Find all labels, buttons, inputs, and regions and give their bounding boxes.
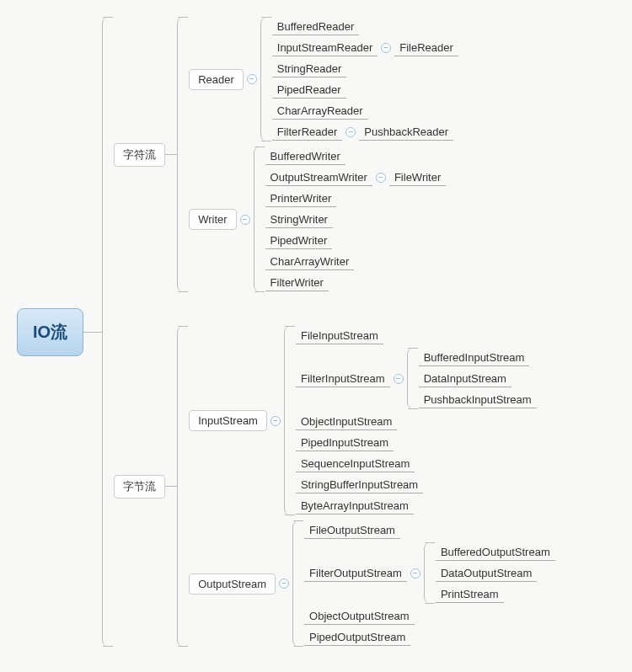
branch-reader: Reader − BufferedReader InputStreamReade… bbox=[189, 17, 458, 141]
leaf-file-reader[interactable]: FileReader bbox=[394, 39, 458, 56]
leaf-sequence-inputstream[interactable]: SequenceInputStream bbox=[296, 455, 415, 472]
leaf-filter-reader[interactable]: FilterReader bbox=[272, 123, 343, 141]
leaf-object-inputstream[interactable]: ObjectInputStream bbox=[296, 413, 397, 430]
leaf-pushback-reader[interactable]: PushbackReader bbox=[359, 123, 453, 141]
branch-byte-stream: 字节流 InputStream − FileInputStream bbox=[114, 326, 555, 647]
leaf-file-inputstream[interactable]: FileInputStream bbox=[296, 327, 383, 344]
node-char-stream[interactable]: 字符流 bbox=[114, 143, 165, 167]
leaf-piped-reader[interactable]: PipedReader bbox=[272, 81, 346, 99]
leaf-data-outputstream[interactable]: DataOutputStream bbox=[436, 564, 537, 582]
node-reader[interactable]: Reader bbox=[189, 69, 244, 90]
leaf-piped-writer[interactable]: PipedWriter bbox=[265, 232, 333, 249]
root-node[interactable]: IO流 bbox=[17, 308, 83, 356]
leaf-pushback-inputstream[interactable]: PushbackInputStream bbox=[419, 391, 537, 408]
collapse-icon[interactable]: − bbox=[394, 374, 404, 384]
leaf-filter-inputstream[interactable]: FilterInputStream bbox=[296, 370, 390, 387]
node-writer[interactable]: Writer bbox=[189, 209, 236, 230]
leaf-piped-outputstream[interactable]: PipedOutputStream bbox=[304, 628, 410, 646]
leaf-data-inputstream[interactable]: DataInputStream bbox=[419, 370, 511, 387]
branch-char-stream: 字符流 Reader − BufferedReader bbox=[114, 17, 555, 292]
leaf-inputstream-reader[interactable]: InputStreamReader bbox=[272, 39, 378, 56]
leaf-bytearray-inputstream[interactable]: ByteArrayInputStream bbox=[296, 497, 414, 515]
collapse-icon[interactable]: − bbox=[381, 43, 391, 53]
leaf-outputstream-writer[interactable]: OutputStreamWriter bbox=[265, 168, 372, 186]
leaf-buffered-inputstream[interactable]: BufferedInputStream bbox=[419, 349, 530, 366]
leaf-object-outputstream[interactable]: ObjectOutputStream bbox=[304, 607, 415, 625]
leaf-string-writer[interactable]: StringWriter bbox=[265, 211, 333, 228]
leaf-buffered-reader[interactable]: BufferedReader bbox=[272, 18, 360, 35]
leaf-buffered-writer[interactable]: BufferedWriter bbox=[265, 147, 345, 165]
leaf-filter-outputstream[interactable]: FilterOutputStream bbox=[304, 564, 407, 582]
leaf-buffered-outputstream[interactable]: BufferedOutputStream bbox=[436, 543, 555, 561]
leaf-chararray-reader[interactable]: CharArrayReader bbox=[272, 102, 368, 120]
collapse-icon[interactable]: − bbox=[247, 74, 257, 84]
node-byte-stream[interactable]: 字节流 bbox=[114, 475, 165, 499]
leaf-piped-inputstream[interactable]: PipedInputStream bbox=[296, 434, 394, 451]
collapse-icon[interactable]: − bbox=[279, 579, 289, 589]
leaf-file-outputstream[interactable]: FileOutputStream bbox=[304, 521, 400, 539]
collapse-icon[interactable]: − bbox=[270, 416, 281, 426]
node-inputstream[interactable]: InputStream bbox=[189, 410, 267, 431]
collapse-icon[interactable]: − bbox=[410, 568, 420, 579]
leaf-printer-writer[interactable]: PrinterWriter bbox=[265, 189, 337, 207]
branch-outputstream: OutputStream − FileOutputStream FilterOu… bbox=[189, 520, 555, 647]
branch-writer: Writer − BufferedWriter OutputStreamWrit… bbox=[189, 147, 458, 292]
leaf-print-stream[interactable]: PrintStream bbox=[436, 585, 504, 603]
leaf-file-writer[interactable]: FileWriter bbox=[389, 168, 446, 186]
collapse-icon[interactable]: − bbox=[376, 173, 386, 183]
collapse-icon[interactable]: − bbox=[240, 215, 250, 225]
leaf-filter-writer[interactable]: FilterWriter bbox=[265, 274, 329, 291]
leaf-stringbuffer-inputstream[interactable]: StringBufferInputStream bbox=[296, 476, 423, 493]
leaf-string-reader[interactable]: StringReader bbox=[272, 60, 347, 77]
collapse-icon[interactable]: − bbox=[345, 127, 356, 137]
node-outputstream[interactable]: OutputStream bbox=[189, 573, 276, 595]
leaf-chararray-writer[interactable]: CharArrayWriter bbox=[265, 253, 355, 270]
branch-inputstream: InputStream − FileInputStream FilterInpu… bbox=[189, 326, 555, 515]
mindmap-root-container: IO流 字符流 Reader − bbox=[17, 17, 615, 647]
